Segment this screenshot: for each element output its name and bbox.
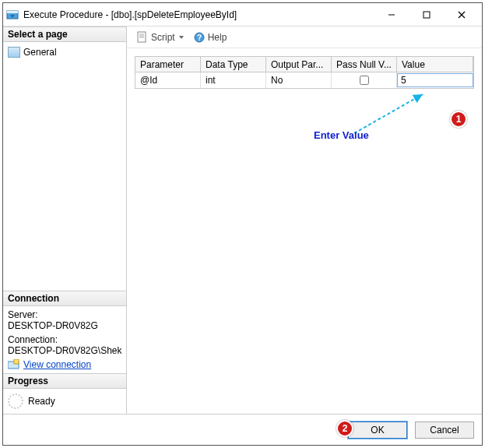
col-passnull[interactable]: Pass Null V... — [332, 57, 397, 72]
cell-parameter: @Id — [135, 72, 201, 88]
minimize-button[interactable] — [374, 4, 409, 26]
maximize-button[interactable] — [409, 4, 444, 26]
titlebar: Execute Procedure - [dbo].[spDeleteEmplo… — [3, 3, 482, 26]
svg-rect-8 — [14, 359, 19, 364]
cell-datatype: int — [201, 72, 266, 88]
connection-label: Connection: — [8, 334, 121, 345]
cell-value — [397, 72, 473, 88]
help-icon: ? — [193, 31, 206, 44]
cell-passnull — [332, 72, 397, 88]
value-input[interactable] — [397, 73, 473, 87]
right-panel: Script ? Help Parameter Data Type Output… — [126, 26, 482, 414]
server-label: Server: — [8, 309, 121, 320]
view-connection-label: View connection — [23, 359, 91, 370]
passnull-checkbox[interactable] — [360, 76, 369, 85]
script-button[interactable]: Script — [133, 30, 187, 45]
toolbar: Script ? Help — [127, 26, 482, 48]
window-title: Execute Procedure - [dbo].[spDeleteEmplo… — [23, 9, 374, 20]
cancel-button[interactable]: Cancel — [415, 422, 474, 439]
col-parameter[interactable]: Parameter — [135, 57, 201, 72]
select-page-header: Select a page — [3, 26, 126, 42]
help-button[interactable]: ? Help — [190, 30, 230, 45]
progress-header: Progress — [3, 373, 126, 389]
progress-spinner-icon — [8, 393, 23, 409]
annotation-enter-value: Enter Value — [314, 129, 369, 141]
view-connection-link[interactable]: View connection — [8, 359, 121, 370]
connection-icon — [8, 359, 20, 370]
col-datatype[interactable]: Data Type — [201, 57, 266, 72]
cancel-label: Cancel — [430, 425, 459, 436]
grid-header-row: Parameter Data Type Output Par... Pass N… — [135, 57, 473, 72]
pages-list: General — [3, 42, 126, 62]
dialog-window: Execute Procedure - [dbo].[spDeleteEmplo… — [2, 2, 483, 446]
annotation-arrow — [346, 90, 432, 137]
script-icon — [136, 31, 149, 44]
app-icon — [6, 9, 19, 21]
parameter-grid: Parameter Data Type Output Par... Pass N… — [135, 56, 474, 89]
svg-rect-4 — [423, 12, 430, 18]
ok-button[interactable]: OK — [348, 422, 407, 439]
table-row: @Id int No — [135, 72, 473, 88]
page-general[interactable]: General — [8, 45, 121, 59]
progress-status: Ready — [28, 396, 55, 407]
callout-1: 1 — [450, 111, 467, 128]
script-label: Script — [151, 32, 175, 43]
svg-rect-1 — [7, 11, 18, 13]
svg-line-15 — [354, 94, 423, 133]
connection-header: Connection — [3, 291, 126, 306]
col-value[interactable]: Value — [397, 57, 473, 72]
dialog-footer: 2 OK Cancel — [3, 414, 482, 445]
col-output[interactable]: Output Par... — [266, 57, 332, 72]
progress-row: Ready — [3, 389, 126, 414]
ok-label: OK — [371, 425, 384, 436]
page-icon — [8, 47, 20, 58]
close-button[interactable] — [444, 4, 479, 26]
page-label: General — [23, 47, 57, 58]
connection-value: DESKTOP-DR0V82G\Shek — [8, 345, 121, 356]
window-controls — [374, 4, 479, 26]
cell-output: No — [266, 72, 332, 88]
connection-section: Server: DESKTOP-DR0V82G Connection: DESK… — [3, 306, 126, 373]
help-label: Help — [208, 32, 227, 43]
left-panel: Select a page General Connection Server:… — [3, 26, 126, 414]
svg-text:?: ? — [197, 34, 202, 42]
chevron-down-icon — [179, 36, 184, 39]
server-value: DESKTOP-DR0V82G — [8, 320, 121, 331]
